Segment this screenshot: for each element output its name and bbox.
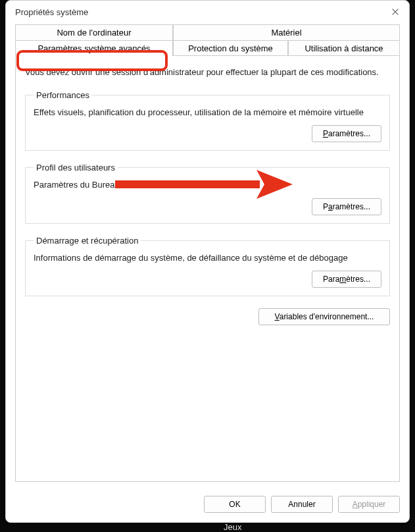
group-performance-desc: Effets visuels, planification du process… <box>34 107 381 119</box>
tab-hardware[interactable]: Matériel <box>173 24 400 40</box>
group-startup-recovery-legend: Démarrage et récupération <box>34 236 141 246</box>
environment-variables-button[interactable]: Variables d'environnement... <box>258 308 390 325</box>
tab-strip: Nom de l'ordinateur Matériel Paramètres … <box>6 24 409 56</box>
ok-button[interactable]: OK <box>204 496 266 513</box>
tab-system-protection[interactable]: Protection du système <box>173 40 288 56</box>
group-performance: Performances Effets visuels, planificati… <box>25 90 390 151</box>
group-startup-recovery: Démarrage et récupération Informations d… <box>25 236 390 296</box>
tab-panel-advanced: Vous devez ouvrir une session d'administ… <box>15 55 400 482</box>
performance-settings-button[interactable]: Paramètres... <box>312 125 381 142</box>
group-performance-legend: Performances <box>34 90 92 100</box>
user-profiles-settings-button[interactable]: Paramètres... <box>312 198 381 215</box>
group-user-profiles: Profil des utilisateurs Paramètres du Bu… <box>25 163 390 223</box>
intro-text: Vous devez ouvrir une session d'administ… <box>25 66 390 78</box>
close-icon <box>391 7 400 16</box>
desktop-games-label: Jeux <box>224 522 241 532</box>
titlebar: Propriétés système <box>6 1 409 22</box>
dialog-buttons: OK Annuler Appliquer <box>6 488 409 522</box>
tab-remote-use[interactable]: Utilisation à distance <box>288 40 400 56</box>
system-properties-dialog: Propriétés système Nom de l'ordinateur M… <box>5 0 410 523</box>
group-startup-recovery-desc: Informations de démarrage du système, de… <box>34 252 381 264</box>
tab-advanced-params[interactable]: Paramètres système avancés <box>15 40 173 56</box>
dialog-title: Propriétés système <box>15 7 88 17</box>
cancel-button[interactable]: Annuler <box>271 496 333 513</box>
startup-settings-button[interactable]: Paramètres... <box>312 271 381 288</box>
group-user-profiles-desc: Paramètres du Bureau liés à votre connex… <box>34 179 381 191</box>
apply-button[interactable]: Appliquer <box>338 496 400 513</box>
tab-computer-name[interactable]: Nom de l'ordinateur <box>15 24 173 40</box>
group-user-profiles-legend: Profil des utilisateurs <box>34 163 118 173</box>
close-button[interactable] <box>389 6 401 18</box>
